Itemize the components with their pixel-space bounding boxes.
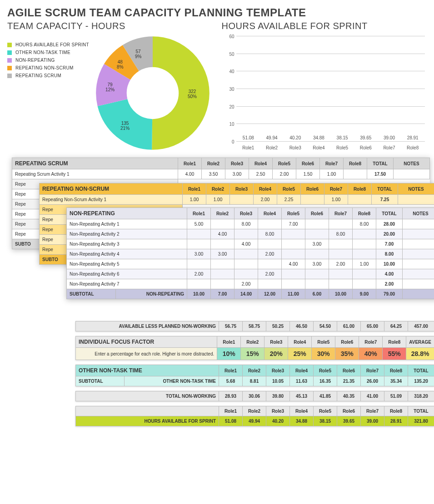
pie-legend: HOURS AVAILABLE FOR SPRINTOTHER NON-TASK… — [7, 34, 94, 152]
gridline: 60 — [236, 36, 425, 36]
gridline: 30 — [236, 89, 425, 89]
gridline: 40 — [236, 71, 425, 71]
legend-item: HOURS AVAILABLE FOR SPRINT — [7, 42, 94, 47]
bar: 40.20 — [285, 135, 306, 141]
legend-item: NON-REPEATING — [7, 58, 94, 63]
summary-table: AVAILABLE LESS PLANNED NON-WORKING56.755… — [75, 321, 434, 331]
bar-chart-panel: HOURS AVAILABLE FOR SPRINT 51.0849.9440.… — [222, 21, 427, 152]
legend-item: OTHER NON-TASK TIME — [7, 50, 94, 55]
bar-x-label: Role8 — [402, 145, 423, 150]
donut-slice-label: 32250% — [188, 89, 197, 99]
pie-chart-panel: TEAM CAPACITY - HOURS HOURS AVAILABLE FO… — [7, 21, 213, 152]
gridline: 10 — [236, 124, 425, 124]
bar: 49.94 — [261, 135, 282, 141]
hours-available-table: Role1Role2Role3Role4Role5Role6Role7Role8… — [75, 406, 434, 426]
bar-x-label: Role3 — [285, 145, 306, 150]
donut-slice-label: 579% — [135, 49, 141, 59]
donut-slice-label: 488% — [117, 59, 123, 69]
donut-slice-label: 7912% — [105, 82, 115, 92]
focus-factor-table: INDIVIDUAL FOCUS FACTORRole1Role2Role3Ro… — [75, 336, 434, 360]
non-repeating-table: NON-REPEATINGRole1Role2Role3Role4Role5Ro… — [66, 208, 434, 299]
legend-item: REPEATING SCRUM — [7, 73, 94, 78]
legend-item: REPEATING NON-SCRUM — [7, 65, 94, 70]
bar: 39.00 — [379, 135, 400, 141]
bar-chart-title: HOURS AVAILABLE FOR SPRINT — [222, 21, 427, 31]
bar-x-label: Role4 — [309, 145, 329, 150]
bar: 51.08 — [238, 135, 259, 141]
gridline: 0 — [236, 141, 425, 142]
donut-slice — [152, 36, 210, 150]
page-title: AGILE SCRUM TEAM CAPACITY PLANNING TEMPL… — [7, 6, 427, 19]
bar-x-label: Role1 — [238, 145, 259, 150]
bar: 39.65 — [355, 135, 376, 141]
summary-tables: AVAILABLE LESS PLANNED NON-WORKING56.755… — [7, 321, 434, 426]
bar-x-label: Role7 — [379, 145, 400, 150]
bar: 38.15 — [332, 135, 353, 141]
other-non-task-table: OTHER NON-TASK TIMERole1Role2Role3Role4R… — [75, 365, 434, 386]
bar-x-label: Role2 — [261, 145, 282, 150]
bar-chart: 51.0849.9440.2034.8838.1539.6539.0028.91… — [222, 34, 427, 152]
bar-x-label: Role5 — [332, 145, 353, 150]
bar: 28.91 — [402, 135, 423, 141]
donut-slice-label: 13521% — [120, 121, 130, 131]
gridline: 20 — [236, 106, 425, 107]
gridline: 50 — [236, 54, 425, 54]
donut-chart: 32250%13521%7912%488%579% — [94, 34, 212, 152]
bar: 34.88 — [309, 135, 329, 141]
pie-chart-title: TEAM CAPACITY - HOURS — [7, 21, 213, 31]
summary-table: TOTAL NON-WORKING28.9330.0639.8045.1341.… — [75, 391, 434, 401]
bar-x-label: Role6 — [355, 145, 376, 150]
